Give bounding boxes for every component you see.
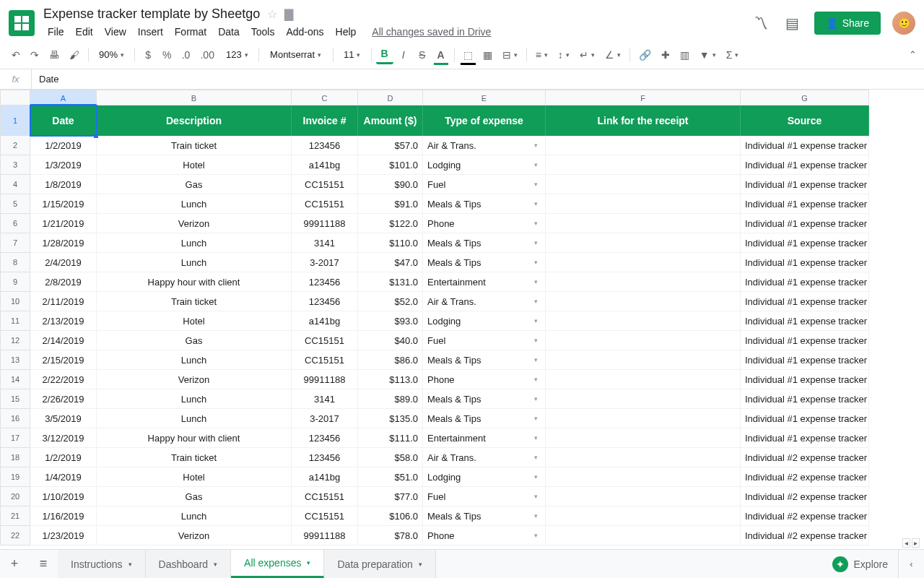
cell[interactable]: a141bg: [292, 467, 358, 487]
dropdown-icon[interactable]: ▾: [534, 448, 538, 467]
dropdown-icon[interactable]: ▾: [534, 214, 538, 233]
cell[interactable]: Individual #1 expense tracker: [741, 272, 869, 292]
row-header[interactable]: 18: [0, 448, 30, 467]
cell[interactable]: CC15151: [292, 487, 358, 506]
row-header[interactable]: 8: [0, 253, 30, 272]
column-header[interactable]: E: [423, 90, 546, 105]
wrap-button[interactable]: ↵: [575, 46, 599, 64]
cell[interactable]: Fuel▾: [423, 331, 546, 350]
menu-data[interactable]: Data: [214, 23, 244, 40]
link-button[interactable]: 🔗: [635, 46, 655, 64]
cell[interactable]: 2/11/2019: [30, 292, 97, 311]
dropdown-icon[interactable]: ▾: [534, 292, 538, 311]
cell[interactable]: Lunch: [97, 253, 292, 272]
column-header[interactable]: C: [292, 90, 358, 105]
header-cell[interactable]: Invoice #: [292, 105, 358, 136]
row-header[interactable]: 1: [0, 105, 30, 136]
print-button[interactable]: 🖶: [45, 46, 64, 64]
cell[interactable]: 123456: [292, 292, 358, 311]
row-header[interactable]: 20: [0, 487, 30, 506]
cell[interactable]: Individual #1 expense tracker: [741, 175, 869, 194]
cell[interactable]: Individual #2 expense tracker: [741, 526, 869, 545]
cell[interactable]: $78.0: [358, 526, 423, 545]
dropdown-icon[interactable]: ▾: [534, 506, 538, 526]
dropdown-icon[interactable]: ▾: [534, 467, 538, 487]
row-header[interactable]: 7: [0, 233, 30, 253]
cell[interactable]: Individual #1 expense tracker: [741, 292, 869, 311]
cell[interactable]: 1/2/2019: [30, 448, 97, 467]
menu-insert[interactable]: Insert: [134, 23, 167, 40]
redo-button[interactable]: ↷: [26, 46, 43, 64]
cell[interactable]: Meals & Tips▾: [423, 389, 546, 409]
functions-button[interactable]: Σ: [722, 46, 744, 64]
cell[interactable]: Meals & Tips▾: [423, 409, 546, 428]
row-header[interactable]: 19: [0, 467, 30, 487]
row-header[interactable]: 15: [0, 389, 30, 409]
cell[interactable]: 3/12/2019: [30, 428, 97, 448]
cell[interactable]: 2/4/2019: [30, 253, 97, 272]
cell[interactable]: CC15151: [292, 350, 358, 370]
cell[interactable]: [546, 331, 741, 350]
rotate-button[interactable]: ∠: [601, 46, 625, 64]
fill-color-button[interactable]: ⬚: [459, 46, 477, 64]
cell[interactable]: [546, 175, 741, 194]
cell[interactable]: Hotel: [97, 155, 292, 175]
cell[interactable]: Individual #1 expense tracker: [741, 311, 869, 331]
comment-button[interactable]: ✚: [657, 46, 674, 64]
row-header[interactable]: 12: [0, 331, 30, 350]
cell[interactable]: Individual #2 expense tracker: [741, 467, 869, 487]
cell[interactable]: Air & Trans.▾: [423, 448, 546, 467]
cell[interactable]: Lunch: [97, 233, 292, 253]
account-avatar[interactable]: 🙂: [892, 12, 915, 35]
cell[interactable]: 123456: [292, 428, 358, 448]
cell[interactable]: Individual #1 expense tracker: [741, 214, 869, 233]
cell[interactable]: $93.0: [358, 311, 423, 331]
cell[interactable]: Train ticket: [97, 448, 292, 467]
sheet-tab[interactable]: Data preparation▾: [324, 550, 435, 578]
cell[interactable]: $106.0: [358, 506, 423, 526]
cell[interactable]: Phone▾: [423, 370, 546, 389]
cell[interactable]: Meals & Tips▾: [423, 233, 546, 253]
row-header[interactable]: 14: [0, 370, 30, 389]
cell[interactable]: Individual #1 expense tracker: [741, 389, 869, 409]
dropdown-icon[interactable]: ▾: [534, 331, 538, 350]
star-icon[interactable]: ☆: [267, 7, 277, 21]
row-header[interactable]: 17: [0, 428, 30, 448]
cell[interactable]: 2/22/2019: [30, 370, 97, 389]
cell[interactable]: Fuel▾: [423, 487, 546, 506]
row-header[interactable]: 4: [0, 175, 30, 194]
h-align-button[interactable]: ≡: [531, 46, 552, 64]
cell[interactable]: Meals & Tips▾: [423, 506, 546, 526]
cell[interactable]: 1/2/2019: [30, 136, 97, 155]
dropdown-icon[interactable]: ▾: [534, 487, 538, 506]
dropdown-icon[interactable]: ▾: [534, 526, 538, 545]
cell[interactable]: [546, 194, 741, 214]
formula-value[interactable]: Date: [32, 74, 58, 85]
cell[interactable]: 2/13/2019: [30, 311, 97, 331]
cell[interactable]: Individual #1 expense tracker: [741, 233, 869, 253]
dropdown-icon[interactable]: ▾: [534, 233, 538, 253]
sheet-tab[interactable]: Instructions▾: [58, 550, 146, 578]
explore-button[interactable]: ✦ Explore: [822, 550, 898, 578]
cell[interactable]: Happy hour with client: [97, 272, 292, 292]
cell[interactable]: Phone▾: [423, 526, 546, 545]
cell[interactable]: 1/4/2019: [30, 467, 97, 487]
cell[interactable]: Hotel: [97, 467, 292, 487]
comments-icon[interactable]: ▤: [783, 13, 803, 33]
cell[interactable]: a141bg: [292, 311, 358, 331]
cell[interactable]: Air & Trans.▾: [423, 136, 546, 155]
cell[interactable]: $135.0: [358, 409, 423, 428]
font-select[interactable]: Montserrat: [263, 46, 328, 63]
cell[interactable]: $57.0: [358, 136, 423, 155]
row-header[interactable]: 10: [0, 292, 30, 311]
cell[interactable]: [546, 214, 741, 233]
cell[interactable]: [546, 292, 741, 311]
cell[interactable]: 3141: [292, 389, 358, 409]
cell[interactable]: Gas: [97, 175, 292, 194]
cell[interactable]: $111.0: [358, 428, 423, 448]
cell[interactable]: [546, 233, 741, 253]
cell[interactable]: 3/5/2019: [30, 409, 97, 428]
cell[interactable]: 3-2017: [292, 409, 358, 428]
header-cell[interactable]: Type of expense: [423, 105, 546, 136]
cell[interactable]: 1/15/2019: [30, 194, 97, 214]
